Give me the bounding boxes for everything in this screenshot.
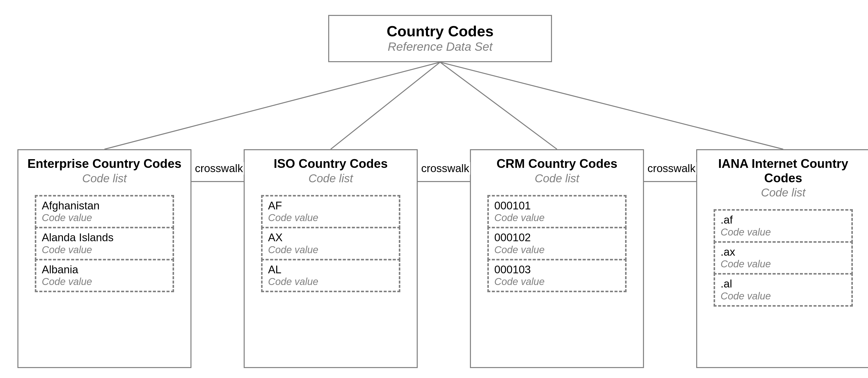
code-value: 000101: [494, 199, 620, 212]
svg-line-0: [104, 62, 440, 149]
code-value-label: Code value: [42, 276, 167, 287]
code-value-row: .af Code value: [714, 209, 853, 243]
code-value-row: 000101 Code value: [487, 195, 627, 228]
code-value-label: Code value: [42, 244, 167, 255]
root-title: Country Codes: [334, 23, 546, 39]
code-value-row: AX Code value: [261, 227, 400, 260]
code-value: AX: [268, 231, 393, 244]
code-value-label: Code value: [494, 276, 620, 287]
root-node: Country Codes Reference Data Set: [328, 15, 552, 62]
root-subtitle: Reference Data Set: [334, 39, 546, 54]
svg-line-2: [440, 62, 557, 149]
code-value-row: Alanda Islands Code value: [35, 227, 174, 260]
codelist-crm: CRM Country Codes Code list 000101 Code …: [470, 149, 644, 368]
crosswalk-label: crosswalk: [194, 162, 244, 175]
codelist-title: Enterprise Country Codes: [27, 157, 182, 171]
crosswalk-label: crosswalk: [647, 162, 696, 175]
code-value-row: .ax Code value: [714, 241, 853, 275]
code-value-row: .al Code value: [714, 273, 853, 307]
code-value-row: Afghanistan Code value: [35, 195, 174, 228]
code-values: 000101 Code value 000102 Code value 0001…: [487, 195, 627, 292]
code-value-label: Code value: [720, 258, 846, 270]
code-value: 000103: [494, 263, 620, 276]
code-value: Afghanistan: [42, 199, 167, 212]
codelist-subtitle: Code list: [309, 171, 353, 185]
codelist-title: IANA Internet Country Codes: [702, 157, 864, 185]
codelist-subtitle: Code list: [761, 186, 806, 199]
code-value: 000102: [494, 231, 620, 244]
code-value: Alanda Islands: [42, 231, 167, 244]
code-value-row: 000102 Code value: [487, 227, 627, 260]
code-values: AF Code value AX Code value AL Code valu…: [261, 195, 400, 292]
codelist-subtitle: Code list: [82, 171, 127, 185]
code-value-label: Code value: [268, 244, 393, 255]
code-value: Albania: [42, 263, 167, 276]
code-value-label: Code value: [494, 212, 620, 223]
diagram-canvas: Country Codes Reference Data Set Enterpr…: [5, 5, 868, 378]
code-value-label: Code value: [494, 244, 620, 255]
code-value-row: 000103 Code value: [487, 259, 627, 292]
code-value-row: AF Code value: [261, 195, 400, 228]
code-value: .al: [720, 278, 846, 290]
code-value-label: Code value: [42, 212, 167, 223]
code-value: .ax: [720, 246, 846, 258]
code-value-label: Code value: [268, 276, 393, 287]
codelist-title: CRM Country Codes: [497, 157, 617, 171]
codelist-iana: IANA Internet Country Codes Code list .a…: [696, 149, 868, 368]
codelist-title: ISO Country Codes: [274, 157, 388, 171]
code-value: AL: [268, 263, 393, 276]
code-value: .af: [720, 214, 846, 226]
codelist-enterprise: Enterprise Country Codes Code list Afgha…: [18, 149, 191, 368]
code-value-label: Code value: [720, 226, 846, 238]
code-value-label: Code value: [720, 290, 846, 302]
code-value: AF: [268, 199, 393, 212]
code-value-row: Albania Code value: [35, 259, 174, 292]
code-values: .af Code value .ax Code value .al Code v…: [714, 209, 853, 307]
crosswalk-label: crosswalk: [420, 162, 470, 175]
code-value-label: Code value: [268, 212, 393, 223]
svg-line-1: [331, 62, 440, 149]
codelist-subtitle: Code list: [535, 171, 579, 185]
codelist-iso: ISO Country Codes Code list AF Code valu…: [244, 149, 418, 368]
code-value-row: AL Code value: [261, 259, 400, 292]
svg-line-3: [440, 62, 783, 149]
code-values: Afghanistan Code value Alanda Islands Co…: [35, 195, 174, 292]
